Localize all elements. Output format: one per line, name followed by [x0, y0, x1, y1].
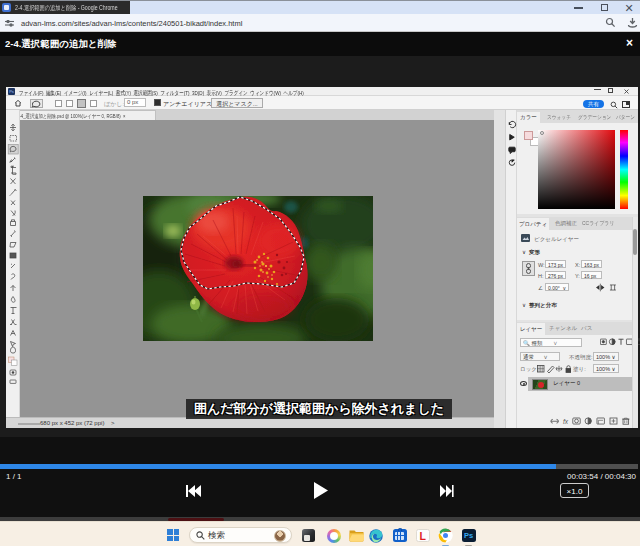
svg-text:fx: fx	[563, 418, 569, 425]
